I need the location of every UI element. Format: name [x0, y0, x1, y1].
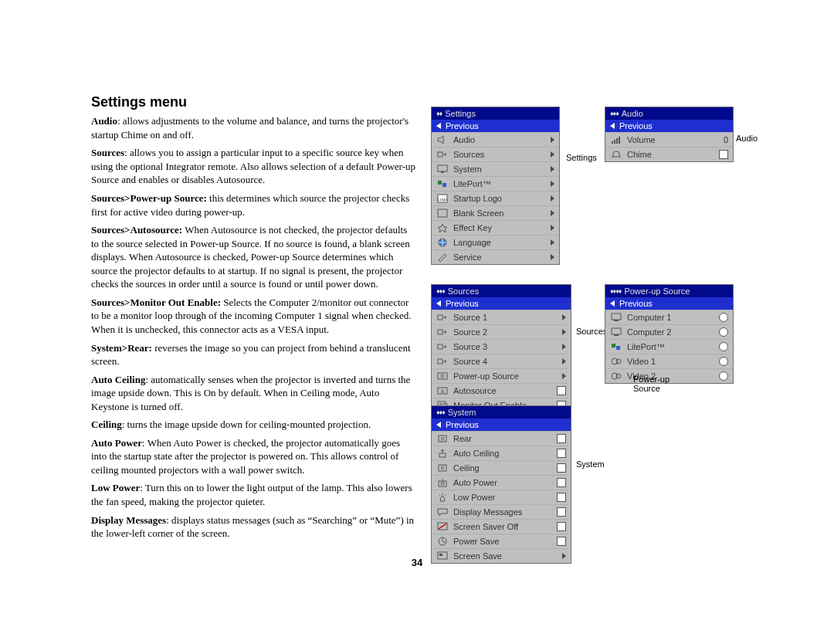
- menu-item[interactable]: Power Save: [432, 534, 571, 548]
- menu-item[interactable]: Source 1: [432, 310, 571, 324]
- menu-item[interactable]: Auto Power: [432, 475, 571, 490]
- checkbox-icon[interactable]: [557, 522, 566, 531]
- menu-item[interactable]: Source 2: [432, 324, 571, 339]
- menu-item[interactable]: LitePort™: [432, 176, 559, 191]
- menu-item-label: Computer 2: [627, 327, 714, 337]
- svg-rect-12: [614, 140, 615, 144]
- radio-icon[interactable]: [719, 313, 728, 322]
- menu-item[interactable]: Power-up Source: [432, 368, 571, 383]
- submenu-arrow-icon: [551, 239, 554, 246]
- menu-item[interactable]: Video 1: [605, 354, 733, 368]
- ssoff-icon: [436, 521, 449, 532]
- menu-item[interactable]: Screen Saver Off: [432, 519, 571, 534]
- checkbox-icon[interactable]: [557, 537, 566, 546]
- submenu-arrow-icon: [551, 225, 554, 231]
- paragraph-lead-bold: System>Rear:: [91, 342, 152, 354]
- checkbox-icon[interactable]: [557, 493, 566, 502]
- svg-point-33: [616, 359, 621, 364]
- body-paragraph: Audio: allows adjustments to the volume …: [91, 114, 415, 141]
- autopow-icon: [436, 477, 449, 488]
- menu-previous-label: Previous: [446, 420, 479, 429]
- menu-item[interactable]: Volume0: [605, 132, 733, 147]
- pencil-icon: [436, 252, 449, 263]
- menu-item[interactable]: Audio: [432, 132, 559, 147]
- checkbox-icon[interactable]: [557, 507, 566, 517]
- menu-title-bar: ♦♦♦♦Power-up Source: [605, 285, 733, 297]
- checkbox-icon[interactable]: [557, 386, 566, 395]
- menu-item[interactable]: Computer 1: [605, 310, 733, 324]
- figure-caption-powerup: Power-up Source: [633, 375, 670, 393]
- body-paragraph: Sources>Monitor Out Enable: Selects the …: [91, 296, 415, 337]
- menu-item-value: 0: [724, 135, 728, 144]
- menu-previous-row[interactable]: Previous: [432, 419, 571, 431]
- video-icon: [610, 356, 622, 367]
- menu-title-bar: ♦♦♦System: [432, 406, 571, 419]
- menu-item[interactable]: AAutosource: [432, 383, 571, 398]
- menu-item[interactable]: Source 4: [432, 354, 571, 368]
- menu-item-label: System: [453, 164, 546, 174]
- menu-item[interactable]: Display Messages: [432, 504, 571, 519]
- ceiling-icon: R: [436, 463, 449, 473]
- menu-item-label: Source 4: [453, 357, 558, 366]
- menu-item[interactable]: LogoStartup Logo: [432, 191, 559, 205]
- svg-rect-18: [438, 344, 442, 349]
- checkbox-icon[interactable]: [719, 150, 728, 159]
- radio-icon[interactable]: [719, 371, 728, 381]
- rear-icon: R: [436, 433, 449, 444]
- menu-previous-row[interactable]: Previous: [432, 297, 571, 310]
- paragraph-lead-bold: Auto Ceiling: [91, 374, 145, 385]
- menu-level-diamonds: ♦♦♦: [436, 408, 445, 416]
- menu-item[interactable]: Computer 2: [605, 324, 733, 339]
- radio-icon[interactable]: [719, 342, 728, 351]
- menu-item[interactable]: RRear: [432, 431, 571, 446]
- menu-title-text: Power-up Source: [624, 286, 690, 296]
- menu-item[interactable]: Chime: [605, 147, 733, 161]
- menu-item[interactable]: Service: [432, 249, 559, 264]
- menu-item[interactable]: Language: [432, 235, 559, 249]
- menu-previous-row[interactable]: Previous: [432, 120, 559, 132]
- submenu-arrow-icon: [562, 314, 566, 320]
- menu-item-label: Screen Saver Off: [453, 522, 552, 531]
- submenu-arrow-icon: [551, 195, 554, 202]
- menu-item-label: Source 2: [453, 327, 558, 337]
- submenu-arrow-icon: [551, 254, 554, 260]
- sources-menu-figure: ♦♦♦SourcesPreviousSource 1Source 2Source…: [431, 284, 571, 413]
- page-number: 34: [0, 557, 834, 568]
- checkbox-icon[interactable]: [557, 434, 566, 443]
- menu-item[interactable]: Effect Key: [432, 220, 559, 235]
- menu-item[interactable]: System: [432, 161, 559, 176]
- figures-column: ♦♦SettingsPreviousAudioSourcesSystemLite…: [431, 93, 788, 545]
- body-paragraph: Auto Ceiling: automatically senses when …: [91, 373, 415, 414]
- submenu-arrow-icon: [551, 166, 554, 172]
- checkbox-icon[interactable]: [557, 463, 566, 473]
- svg-rect-1: [438, 152, 442, 157]
- svg-text:R: R: [440, 436, 444, 442]
- menu-item[interactable]: Sources: [432, 147, 559, 161]
- back-triangle-icon: [610, 123, 615, 129]
- svg-point-42: [441, 482, 444, 485]
- svg-rect-31: [616, 346, 620, 350]
- radio-icon[interactable]: [719, 327, 728, 337]
- svg-rect-19: [438, 359, 442, 364]
- psave-icon: [436, 536, 449, 547]
- menu-item[interactable]: Auto Ceiling: [432, 446, 571, 460]
- menu-item-label: Audio: [453, 135, 546, 144]
- menu-item[interactable]: Blank Screen: [432, 205, 559, 220]
- radio-icon[interactable]: [719, 357, 728, 366]
- comp-icon: [610, 327, 622, 337]
- powerup-menu-figure: ♦♦♦♦Power-up SourcePreviousComputer 1Com…: [605, 284, 734, 384]
- svg-rect-26: [612, 314, 621, 320]
- checkbox-icon[interactable]: [557, 449, 566, 458]
- menu-item[interactable]: Source 3: [432, 339, 571, 354]
- body-paragraph: Low Power: Turn this on to lower the lig…: [91, 481, 415, 508]
- menu-level-diamonds: ♦♦: [436, 110, 442, 117]
- menu-item[interactable]: RCeiling: [432, 460, 571, 475]
- blank-icon: [436, 208, 449, 219]
- menu-previous-row[interactable]: Previous: [605, 120, 733, 132]
- menu-item-label: Ceiling: [453, 463, 552, 473]
- menu-item[interactable]: Low Power: [432, 490, 571, 504]
- svg-rect-13: [616, 138, 618, 144]
- menu-item[interactable]: LitePort™: [605, 339, 733, 354]
- menu-previous-row[interactable]: Previous: [605, 297, 733, 310]
- checkbox-icon[interactable]: [557, 478, 566, 487]
